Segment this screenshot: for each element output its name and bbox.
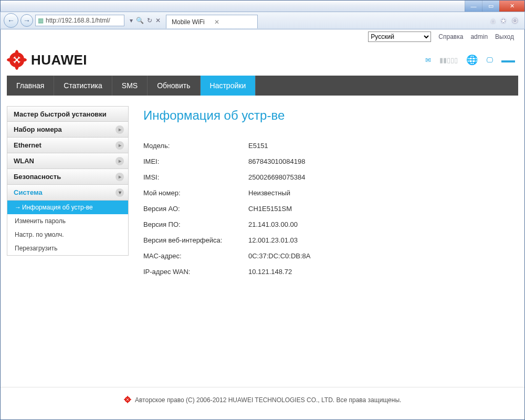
sidebar-item-3[interactable]: WLAN▸: [7, 153, 129, 169]
sidebar-sub-1[interactable]: Изменить пароль: [7, 214, 128, 228]
browser-toolbar: ← → ▦ http://192.168.8.1/html/ ▾ 🔍 ↻ ✕ M…: [0, 12, 525, 29]
info-label: IP-адрес WAN:: [143, 268, 248, 276]
window-minimize-button[interactable]: —: [465, 1, 482, 12]
brand-text: HUAWEI: [31, 52, 87, 68]
refresh-icon[interactable]: ↻: [147, 17, 152, 24]
info-row-6: Версия веб-интерфейса:12.001.23.01.03: [143, 232, 502, 248]
monitor-icon: 🖵: [486, 56, 493, 64]
user-link[interactable]: admin: [470, 33, 488, 40]
info-row-3: Мой номер:Неизвестный: [143, 185, 502, 201]
chevron-right-icon: ▸: [116, 141, 124, 150]
copyright-text: Авторское право (C) 2006-2012 HUAWEI TEC…: [135, 396, 401, 404]
huawei-flower-icon: [7, 50, 27, 70]
sidebar-item-2[interactable]: Ethernet▸: [7, 138, 129, 153]
top-utility-bar: Русский Справка admin Выход: [7, 29, 518, 44]
info-label: Версия ПО:: [143, 220, 248, 228]
info-value: E5151: [248, 142, 268, 150]
info-label: Модель:: [143, 142, 248, 150]
page-icon: ▦: [38, 17, 44, 24]
info-label: IMSI:: [143, 173, 248, 181]
tools-icon[interactable]: ⚙: [512, 17, 518, 25]
info-value: 867843010084198: [248, 158, 305, 165]
chevron-right-icon: ▸: [116, 173, 124, 181]
info-value: Неизвестный: [248, 189, 290, 197]
address-bar[interactable]: ▦ http://192.168.8.1/html/: [35, 15, 124, 26]
content-panel: Информация об устр-ве Модель:E5151IMEI:8…: [143, 106, 518, 279]
huawei-flower-icon-small: [124, 396, 131, 403]
info-row-7: MAC-адрес:0C:37:DC:C0:DB:8A: [143, 248, 502, 264]
info-row-2: IMSI:250026698075384: [143, 169, 502, 185]
nav-item-3[interactable]: Обновить: [148, 76, 200, 96]
address-bar-buttons: ▾ 🔍 ↻ ✕: [127, 17, 164, 24]
footer: Авторское право (C) 2006-2012 HUAWEI TEC…: [1, 387, 524, 404]
info-row-4: Версия АО:CH1E5151SM: [143, 201, 502, 216]
window-maximize-button[interactable]: ▭: [482, 1, 499, 12]
favorites-icon[interactable]: ★: [500, 17, 507, 25]
sidebar-submenu: Информация об устр-веИзменить парольНаст…: [7, 201, 129, 256]
info-value: 0C:37:DC:C0:DB:8A: [248, 252, 311, 260]
language-select[interactable]: Русский: [368, 32, 431, 42]
window-close-button[interactable]: ✕: [499, 1, 524, 12]
forward-button[interactable]: →: [20, 14, 33, 27]
chevron-down-icon: ▾: [116, 188, 124, 197]
info-label: IMEI:: [143, 158, 248, 165]
tab-close-icon[interactable]: ✕: [214, 18, 219, 26]
nav-item-4[interactable]: Настройки: [201, 76, 256, 96]
search-icon[interactable]: 🔍: [136, 17, 144, 24]
url-text: http://192.168.8.1/html/: [46, 17, 110, 24]
battery-icon: ▬▬: [501, 56, 515, 64]
dropdown-icon[interactable]: ▾: [130, 17, 133, 24]
sidebar-sub-0[interactable]: Информация об устр-ве: [7, 201, 128, 214]
brand-logo: HUAWEI: [7, 50, 87, 70]
chevron-right-icon: ▸: [116, 125, 124, 134]
sidebar-item-5[interactable]: Система▾: [7, 185, 129, 201]
info-label: Мой номер:: [143, 189, 248, 197]
stop-icon[interactable]: ✕: [155, 17, 161, 24]
sidebar: Мастер быстрой установкиНабор номера▸Eth…: [7, 106, 129, 279]
info-row-5: Версия ПО:21.141.03.00.00: [143, 216, 502, 232]
page-title: Информация об устр-ве: [143, 108, 502, 123]
signal-icon: ▮▮▯▯▯: [439, 56, 458, 64]
tab-title: Mobile WiFi: [172, 18, 205, 26]
mail-icon[interactable]: ✉: [425, 56, 431, 64]
nav-item-1[interactable]: Статистика: [54, 76, 112, 96]
browser-tab[interactable]: Mobile WiFi ✕: [166, 15, 258, 28]
main-nav: ГлавнаяСтатистикаSMSОбновитьНастройки: [7, 76, 518, 96]
nav-item-2[interactable]: SMS: [112, 76, 148, 96]
info-label: Версия АО:: [143, 205, 248, 213]
info-value: 250026698075384: [248, 173, 305, 181]
globe-icon: 🌐: [466, 54, 478, 66]
info-value: CH1E5151SM: [248, 205, 292, 213]
back-button[interactable]: ←: [4, 13, 18, 28]
sidebar-sub-3[interactable]: Перезагрузить: [7, 242, 128, 255]
info-value: 12.001.23.01.03: [248, 236, 298, 244]
info-value: 21.141.03.00.00: [248, 220, 298, 228]
sidebar-sub-2[interactable]: Настр. по умолч.: [7, 228, 128, 242]
info-row-8: IP-адрес WAN:10.121.148.72: [143, 264, 502, 279]
info-label: Версия веб-интерфейса:: [143, 236, 248, 244]
info-label: MAC-адрес:: [143, 252, 248, 260]
sidebar-item-1[interactable]: Набор номера▸: [7, 122, 129, 138]
help-link[interactable]: Справка: [438, 33, 463, 40]
nav-item-0[interactable]: Главная: [7, 76, 54, 96]
info-row-0: Модель:E5151: [143, 138, 502, 153]
sidebar-item-0[interactable]: Мастер быстрой установки: [7, 106, 129, 122]
info-row-1: IMEI:867843010084198: [143, 153, 502, 169]
home-icon[interactable]: ⌂: [491, 17, 495, 25]
window-titlebar: — ▭ ✕: [0, 0, 525, 12]
status-icons: ✉ ▮▮▯▯▯ 🌐 🖵 ▬▬: [425, 54, 518, 66]
sidebar-item-4[interactable]: Безопасность▸: [7, 169, 129, 185]
info-value: 10.121.148.72: [248, 268, 292, 276]
logout-link[interactable]: Выход: [495, 33, 514, 40]
chevron-right-icon: ▸: [116, 157, 124, 165]
